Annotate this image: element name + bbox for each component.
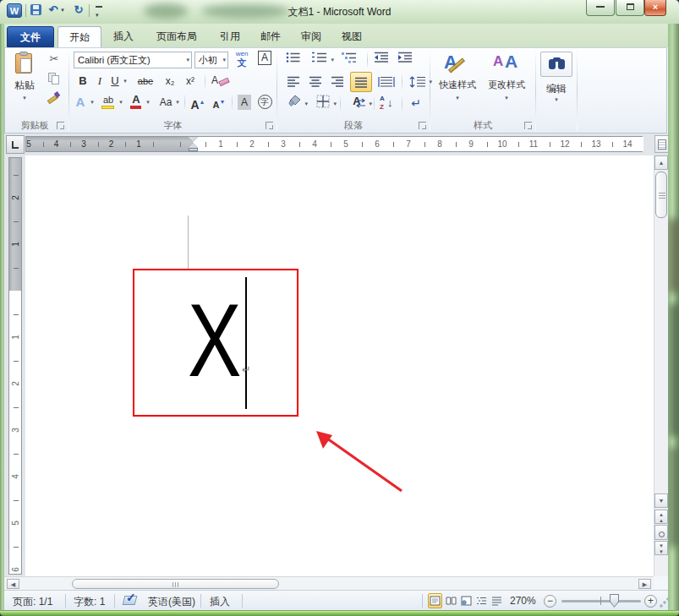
borders-button[interactable]: ▾ — [311, 95, 335, 113]
change-styles-button[interactable]: A A 更改样式 ▾ — [483, 52, 530, 114]
font-size-combo[interactable]: 小初 ▾ — [194, 52, 228, 68]
justify-button[interactable] — [350, 72, 372, 92]
character-border-button[interactable]: A — [255, 51, 274, 68]
character-shading-button[interactable]: A — [236, 93, 253, 112]
vertical-scrollbar[interactable]: ▲ ▼ ▲ ▲ ▼ ▼ — [654, 155, 668, 576]
editing-dropdown[interactable]: ▾ — [537, 97, 576, 102]
editing-group-button[interactable]: 编辑 — [537, 82, 576, 96]
font-dialog-launcher[interactable] — [266, 122, 273, 129]
paragraph-dialog-launcher[interactable] — [419, 122, 426, 129]
show-hide-marks-button[interactable]: ↵ — [406, 95, 426, 113]
tab-view[interactable]: 视图 — [333, 26, 370, 47]
vertical-scroll-thumb[interactable] — [655, 172, 667, 218]
enclose-characters-button[interactable]: 字 — [255, 93, 274, 112]
change-case-dropdown[interactable]: ▾ — [174, 100, 181, 105]
sort-button[interactable]: A Z ↓ — [378, 95, 398, 113]
phonetic-guide-button[interactable]: wén 文 — [232, 50, 252, 68]
line-spacing-dropdown[interactable]: ▾ — [429, 79, 432, 84]
insert-mode-indicator[interactable]: 插入 — [210, 595, 230, 609]
clipboard-dialog-launcher[interactable] — [57, 122, 64, 129]
clear-formatting-button[interactable]: A — [210, 73, 232, 90]
italic-button[interactable]: I — [94, 73, 106, 90]
line-spacing-button[interactable]: ▾ — [406, 73, 430, 91]
chevron-down-icon[interactable]: ▾ — [222, 57, 226, 63]
minimize-button[interactable] — [586, 0, 615, 16]
paste-button[interactable]: 粘贴 ▾ — [9, 52, 40, 114]
horizontal-scroll-thumb[interactable] — [72, 579, 279, 589]
strikethrough-button[interactable]: abe — [134, 73, 157, 90]
tab-page-layout[interactable]: 页面布局 — [145, 26, 208, 47]
first-line-indent-marker[interactable] — [188, 137, 198, 142]
underline-button[interactable]: U — [108, 73, 122, 90]
scroll-down-button[interactable]: ▼ — [654, 493, 668, 508]
shrink-font-button[interactable]: A▼ — [210, 93, 228, 112]
print-layout-view-button[interactable] — [428, 593, 442, 608]
font-color-dropdown[interactable]: ▾ — [145, 100, 151, 105]
format-painter-button[interactable] — [43, 90, 65, 106]
bullets-button[interactable] — [282, 52, 304, 68]
text-effects-dropdown[interactable]: ▾ — [89, 100, 96, 105]
styles-dialog-launcher[interactable] — [524, 122, 532, 129]
tab-review[interactable]: 审阅 — [293, 26, 330, 47]
view-ruler-toggle-button[interactable] — [654, 135, 669, 153]
align-right-button[interactable] — [328, 73, 347, 91]
font-name-combo[interactable]: Calibri (西文正文) ▾ — [74, 52, 192, 68]
asian-layout-dropdown[interactable]: ▾ — [369, 101, 372, 106]
zoom-slider-track[interactable] — [561, 600, 641, 602]
web-layout-view-button[interactable] — [459, 593, 474, 608]
document-page[interactable]: X ↵ — [25, 155, 654, 576]
full-screen-reading-view-button[interactable] — [444, 593, 458, 608]
page-indicator[interactable]: 页面: 1/1 — [13, 595, 52, 609]
underline-dropdown[interactable]: ▾ — [122, 79, 129, 84]
draft-view-button[interactable] — [490, 593, 504, 608]
tab-mailings[interactable]: 邮件 — [252, 26, 289, 47]
text-effects-button[interactable]: A — [72, 93, 89, 112]
scroll-right-button[interactable]: ▶ — [638, 579, 651, 589]
tab-references[interactable]: 引用 — [211, 26, 249, 47]
scroll-up-button[interactable]: ▲ — [654, 155, 668, 170]
maximize-button[interactable] — [616, 0, 644, 16]
zoom-in-button[interactable]: + — [644, 595, 657, 608]
align-center-button[interactable] — [306, 73, 325, 91]
grow-font-button[interactable]: A▲ — [189, 93, 207, 112]
highlight-dropdown[interactable]: ▾ — [118, 100, 124, 105]
previous-page-button[interactable]: ▲ ▲ — [654, 510, 668, 524]
chevron-down-icon[interactable]: ▾ — [186, 57, 189, 63]
multilevel-list-button[interactable] — [337, 52, 362, 68]
distributed-button[interactable] — [375, 73, 397, 91]
align-left-button[interactable] — [284, 73, 303, 91]
subscript-button[interactable]: x₂ — [162, 73, 178, 90]
cut-button[interactable]: ✂ — [43, 52, 65, 68]
spell-check-indicator[interactable]: ✓ — [123, 594, 139, 607]
outline-view-button[interactable] — [474, 593, 489, 608]
zoom-level[interactable]: 270% — [510, 595, 536, 607]
borders-dropdown[interactable]: ▾ — [333, 101, 337, 106]
font-color-button[interactable]: A — [128, 93, 145, 112]
left-indent-marker[interactable] — [189, 148, 198, 151]
tab-insert[interactable]: 插入 — [105, 26, 142, 47]
highlight-color-button[interactable]: ab — [99, 93, 118, 112]
select-browse-object-button[interactable] — [654, 525, 668, 540]
close-button[interactable]: × — [644, 0, 666, 16]
bold-button[interactable]: B — [75, 73, 90, 90]
tab-home[interactable]: 开始 — [57, 26, 101, 47]
scroll-left-button[interactable]: ◀ — [7, 579, 19, 589]
next-page-button[interactable]: ▼ ▼ — [654, 541, 668, 555]
copy-button[interactable] — [43, 71, 65, 86]
superscript-button[interactable]: x² — [182, 73, 199, 90]
zoom-out-button[interactable]: − — [544, 595, 556, 608]
word-count[interactable]: 字数: 1 — [74, 595, 105, 609]
shading-button[interactable]: ▾ — [282, 95, 306, 113]
increase-indent-button[interactable] — [395, 52, 415, 68]
shading-dropdown[interactable]: ▾ — [304, 101, 308, 106]
numbering-button[interactable]: ▾ — [307, 52, 332, 68]
tab-file[interactable]: 文件 — [7, 26, 54, 47]
zoom-slider-thumb[interactable] — [610, 594, 619, 608]
change-case-button[interactable]: Aa — [156, 93, 176, 112]
quick-styles-button[interactable]: A 快速样式 ▾ — [435, 52, 479, 114]
editing-find-button[interactable] — [540, 52, 572, 77]
horizontal-scrollbar[interactable]: ◀ ▶ — [4, 576, 654, 590]
asian-layout-button[interactable]: A ▾ — [344, 95, 370, 113]
decrease-indent-button[interactable] — [371, 52, 392, 68]
language-indicator[interactable]: 英语(美国) — [148, 595, 195, 609]
